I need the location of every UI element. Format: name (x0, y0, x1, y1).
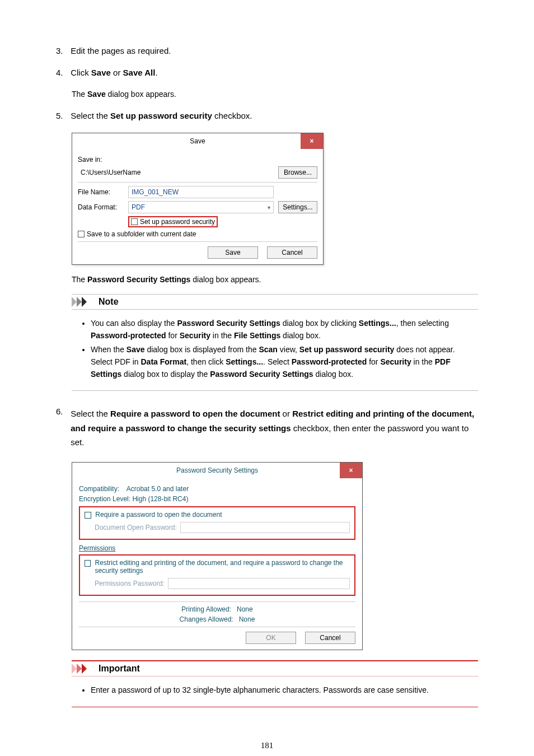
t: in the (411, 357, 435, 366)
t-bold: Password-protected (292, 357, 367, 366)
chevron-down-icon: ▾ (268, 204, 270, 211)
t-bold: Set up password security (299, 345, 395, 354)
data-format-row: Data Format: PDF ▾ Settings... (78, 201, 317, 213)
data-format-value: PDF (132, 203, 145, 211)
important-item: Enter a password of up to 32 single-byte… (91, 684, 478, 697)
dialog-title: Password Security Settings (176, 466, 258, 474)
t: for (166, 331, 180, 340)
doc-open-pw-row: Document Open Password: (95, 522, 350, 533)
step-number: 3. (56, 46, 68, 55)
step-4: 4. Click Save or Save All. (56, 68, 478, 77)
compatibility-value: Acrobat 5.0 and later (127, 485, 189, 493)
t-bold: Save All (123, 68, 156, 77)
subfolder-checkbox[interactable] (78, 231, 85, 237)
changes-label: Changes Allowed: (180, 615, 233, 623)
printing-allowed: Printing Allowed: None (79, 605, 355, 613)
cancel-button[interactable]: Cancel (305, 632, 355, 644)
t-bold: Save (91, 68, 111, 77)
dialog-titlebar: Save × (72, 133, 323, 149)
restrict-row: Restrict editing and printing of the doc… (85, 559, 350, 575)
save-button[interactable]: Save (208, 246, 258, 259)
t: view, (278, 345, 299, 354)
perm-pw-row: Permissions Password: (95, 578, 350, 589)
printing-label: Printing Allowed: (181, 605, 231, 613)
file-name-value: IMG_001_NEW (132, 188, 179, 196)
data-format-select[interactable]: PDF ▾ (128, 201, 274, 213)
perm-pw-input[interactable] (168, 578, 350, 589)
step-text: Select the Set up password security chec… (71, 111, 477, 120)
save-in-value: C:\Users\UserName (78, 166, 274, 179)
cancel-button[interactable]: Cancel (267, 246, 317, 259)
t-bold: Security (180, 331, 210, 340)
changes-value: None (239, 615, 255, 623)
save-dialog: Save × Save in: C:\Users\UserName Browse… (72, 133, 324, 265)
step-text: Click Save or Save All. (71, 68, 477, 77)
step-number: 6. (56, 407, 68, 416)
t-bold: Password Security Settings (87, 275, 190, 284)
permissions-box: Restrict editing and printing of the doc… (79, 554, 355, 596)
t: dialog box appears. (190, 275, 261, 284)
t: When the (91, 345, 127, 354)
settings-button[interactable]: Settings... (278, 201, 317, 213)
step-3: 3. Edit the pages as required. (56, 46, 478, 55)
t: dialog box appears. (106, 90, 176, 99)
note-heading-text: Note (99, 297, 119, 307)
t: or (280, 409, 292, 418)
save-in-row: C:\Users\UserName Browse... (78, 166, 317, 179)
password-security-checkbox[interactable] (131, 218, 138, 225)
t-bold: Settings... (226, 357, 263, 366)
separator (78, 182, 317, 183)
dialog-body: Compatibility: Acrobat 5.0 and later Enc… (72, 478, 362, 650)
t-bold: Password-protected (91, 331, 166, 340)
t: Click (71, 68, 91, 77)
doc-open-pw-input[interactable] (180, 522, 350, 533)
page-number: 181 (56, 741, 478, 750)
t-bold: Password Security Settings (177, 319, 280, 328)
password-security-label: Set up password security (140, 218, 215, 226)
allowed-rows: Printing Allowed: None Changes Allowed: … (79, 605, 355, 623)
svg-marker-1 (77, 297, 82, 307)
note-callout: Note You can also display the Password S… (72, 294, 478, 391)
dialog-title: Save (190, 137, 205, 145)
t-bold: Save (87, 90, 106, 99)
note-body: You can also display the Password Securi… (72, 309, 478, 390)
step-text: Select the Require a password to open th… (71, 407, 477, 450)
t: checkbox. (212, 111, 252, 120)
t-bold: Require a password to open the document (110, 409, 280, 418)
t-bold: Security (380, 357, 411, 366)
svg-marker-2 (82, 297, 87, 307)
doc-open-pw-label: Document Open Password: (95, 524, 177, 531)
compatibility-row: Compatibility: Acrobat 5.0 and later (79, 485, 355, 493)
close-button[interactable]: × (340, 463, 362, 478)
close-button[interactable]: × (301, 133, 323, 149)
svg-marker-0 (72, 297, 77, 307)
restrict-checkbox[interactable] (85, 560, 91, 567)
step-5-subtext: The Password Security Settings dialog bo… (72, 275, 478, 284)
browse-button[interactable]: Browse... (278, 166, 317, 179)
t-bold: File Settings (234, 331, 280, 340)
password-security-row: Set up password security (78, 216, 317, 227)
t: You can also display the (91, 319, 177, 328)
save-in-label: Save in: (78, 156, 317, 164)
t: dialog box. (313, 370, 354, 379)
t: for (367, 357, 380, 366)
require-open-checkbox[interactable] (85, 512, 91, 519)
t: Select the (71, 111, 110, 120)
ok-button[interactable]: OK (246, 632, 296, 644)
subfolder-label: Save to a subfolder with current date (87, 230, 196, 238)
svg-marker-4 (77, 664, 82, 674)
encryption-level: Encryption Level: High (128-bit RC4) (79, 495, 355, 503)
t: Select the (71, 409, 110, 418)
separator (79, 627, 355, 627)
t: . (155, 68, 157, 77)
close-icon: × (310, 137, 313, 145)
t-bold: Scan (259, 345, 277, 354)
file-name-input[interactable]: IMG_001_NEW (128, 186, 274, 198)
step-number: 5. (56, 111, 68, 120)
require-open-label: Require a password to open the document (95, 511, 222, 519)
require-open-row: Require a password to open the document (85, 511, 350, 519)
printing-value: None (237, 605, 253, 613)
file-name-label: File Name: (78, 188, 128, 196)
t: . Select (263, 357, 292, 366)
step-5: 5. Select the Set up password security c… (56, 111, 478, 120)
